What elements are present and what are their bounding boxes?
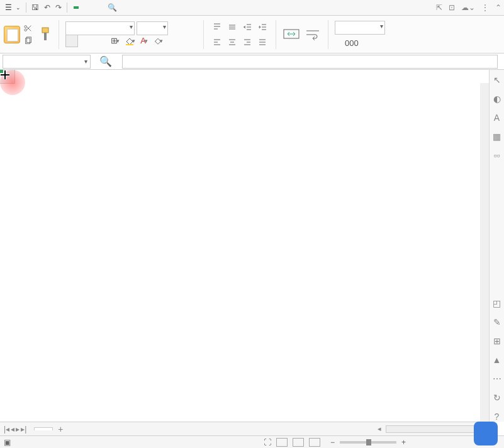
collapse-ribbon-icon[interactable]: ⌃ — [495, 3, 501, 12]
fill-color-button[interactable]: ▾ — [123, 35, 136, 47]
indent-decrease-button[interactable] — [240, 20, 254, 34]
sheet-next-icon[interactable]: ▸ — [16, 425, 20, 434]
clear-format-button[interactable]: ◇▾ — [152, 35, 165, 47]
wrap-text-button[interactable] — [304, 27, 322, 42]
sheet-prev-icon[interactable]: ◂ — [11, 425, 14, 434]
column-headers — [15, 70, 489, 84]
horizontal-scrollbar[interactable] — [386, 425, 486, 433]
font-size-value — [137, 21, 168, 35]
ribbon: ⊞▾ ▾ A▾ ◇▾ 000 — [0, 16, 504, 53]
hamburger-icon: ☰ — [5, 3, 12, 12]
sheet-first-icon[interactable]: |◂ — [4, 425, 9, 434]
view-normal-button[interactable] — [276, 438, 288, 447]
paste-group — [4, 26, 20, 43]
box-icon[interactable]: ⊡ — [449, 3, 455, 12]
cursor-icon[interactable]: ↖ — [492, 75, 502, 85]
ribbon-tabs — [74, 6, 101, 9]
separator — [203, 20, 204, 49]
format-painter-group — [38, 26, 52, 43]
align-left-button[interactable] — [210, 35, 224, 49]
formula-input[interactable] — [122, 55, 498, 69]
shape-icon[interactable]: ◐ — [492, 94, 502, 104]
font-size-select[interactable] — [137, 21, 168, 35]
cell-cursor-icon — [0, 70, 10, 80]
sheet-tab-1[interactable] — [34, 427, 53, 430]
add-sheet-button[interactable]: + — [58, 424, 63, 434]
zoom-in-button[interactable]: + — [401, 438, 406, 447]
italic-button[interactable] — [80, 35, 92, 47]
font-increase-button[interactable] — [170, 22, 182, 35]
sheet-tabs: |◂ ◂ ▸ ▸| + — [0, 422, 489, 435]
help-icon[interactable]: ? — [492, 412, 502, 422]
tab-special[interactable] — [99, 6, 101, 9]
svg-rect-4 — [126, 44, 133, 45]
number-format-select[interactable] — [335, 21, 385, 35]
file-menu[interactable]: ☰ ⌄ — [3, 3, 23, 12]
zoom-out-button[interactable]: − — [330, 438, 335, 447]
formula-bar: 🔍 — [0, 53, 504, 70]
tab-home[interactable] — [74, 6, 79, 9]
font-group: ⊞▾ ▾ A▾ ◇▾ — [65, 23, 197, 47]
border-button[interactable]: ⊞▾ — [109, 35, 121, 47]
vertical-scrollbar[interactable] — [480, 83, 489, 422]
cut-button[interactable] — [24, 23, 35, 34]
clipboard-group — [24, 23, 35, 47]
separator — [67, 3, 67, 13]
wps-logo-icon — [474, 422, 498, 445]
scissors-icon — [24, 24, 33, 33]
view-break-button[interactable] — [309, 438, 320, 447]
align-justify-button[interactable] — [255, 35, 269, 49]
text-icon[interactable]: A — [492, 113, 502, 123]
layout-icon[interactable]: ⊞ — [492, 336, 502, 346]
comma-style-button[interactable]: 000 — [345, 38, 359, 48]
edit-icon[interactable]: ✎ — [492, 317, 502, 327]
chevron-down-icon: ⌄ — [16, 4, 21, 11]
redo-icon[interactable]: ↷ — [53, 3, 64, 12]
align-top-button[interactable] — [210, 20, 224, 34]
watermark — [474, 422, 501, 445]
separator — [328, 20, 328, 49]
font-color-button[interactable]: A▾ — [138, 35, 150, 47]
right-sidebar: ↖ ◐ A ▦ ▫▫ ◰ ✎ ⊞ ▲ ⋯ ↻ ? — [489, 70, 504, 422]
more-icon[interactable]: ⋮ — [481, 3, 489, 12]
wrap-icon — [304, 27, 322, 41]
status-bar: ▣ ⛶ − + — [0, 435, 504, 448]
table-icon[interactable]: ▦ — [492, 132, 502, 142]
separator — [59, 20, 59, 49]
record-icon[interactable]: ▣ — [4, 438, 11, 447]
bold-button[interactable] — [65, 35, 78, 47]
menubar: ☰ ⌄ 🖫 ↶ ↷ 🔍 ⇱ ⊡ ☁⌄ ⋮ ⌃ — [0, 0, 504, 16]
spreadsheet-grid — [0, 70, 489, 422]
undo-icon[interactable]: ↶ — [42, 3, 53, 12]
image-icon[interactable]: ▲ — [492, 355, 502, 365]
number-format-group: 000 — [335, 21, 385, 48]
align-right-button[interactable] — [240, 35, 254, 49]
cloud-icon[interactable]: ☁⌄ — [461, 3, 475, 12]
paste-button[interactable] — [4, 26, 20, 43]
align-center-button[interactable] — [225, 35, 239, 49]
indent-increase-button[interactable] — [255, 20, 269, 34]
refresh-icon[interactable]: ↻ — [492, 393, 502, 403]
zoom-icon[interactable]: 🔍 — [99, 55, 112, 67]
merge-center-button[interactable] — [283, 27, 300, 42]
apps-icon[interactable]: ▫▫ — [492, 150, 502, 160]
share-icon[interactable]: ⇱ — [436, 3, 442, 12]
font-name-select[interactable] — [65, 21, 135, 35]
more-tools-icon[interactable]: ⋯ — [492, 374, 502, 384]
view-page-button[interactable] — [293, 438, 304, 447]
brush-icon — [38, 26, 52, 43]
fullscreen-icon[interactable]: ⛶ — [264, 438, 271, 447]
search-box[interactable]: 🔍 — [108, 3, 119, 12]
format-painter-button[interactable] — [38, 26, 52, 43]
name-box[interactable] — [3, 55, 91, 69]
zoom-slider[interactable] — [340, 441, 396, 444]
copy-button[interactable] — [24, 35, 35, 47]
sheet-last-icon[interactable]: ▸| — [21, 425, 26, 434]
align-middle-button[interactable] — [225, 20, 239, 34]
font-decrease-button[interactable] — [184, 22, 197, 35]
underline-button[interactable] — [94, 35, 107, 47]
alignment-group — [210, 20, 269, 49]
save-icon[interactable]: 🖫 — [29, 3, 42, 12]
panel-icon[interactable]: ◰ — [492, 298, 502, 308]
clipboard-icon — [4, 26, 20, 43]
